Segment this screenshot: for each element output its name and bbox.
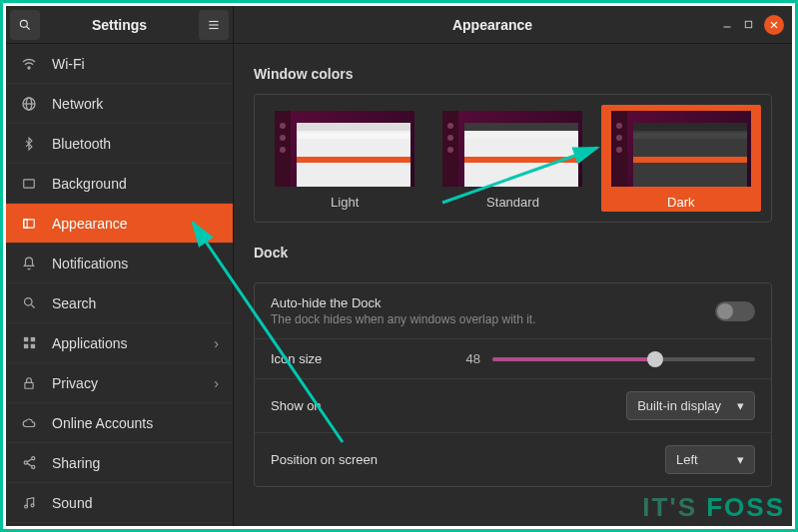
theme-thumbnail-standard [442,111,582,187]
theme-label: Standard [486,195,539,210]
sidebar-item-label: Bluetooth [52,136,111,152]
sidebar-item-wifi[interactable]: Wi-Fi [6,44,233,84]
svg-line-26 [27,459,32,462]
lock-icon [20,374,38,392]
settings-title: Settings [44,17,195,33]
sidebar-item-label: Notifications [52,256,128,271]
chevron-down-icon: ▾ [737,398,744,413]
autohide-label: Auto-hide the Dock [271,295,535,310]
theme-label: Dark [667,195,694,210]
background-icon [20,175,38,193]
chevron-right-icon: › [214,375,219,391]
svg-rect-21 [30,344,34,348]
hamburger-menu-button[interactable] [199,10,229,40]
sidebar-item-label: Sharing [52,455,100,471]
svg-rect-13 [24,179,35,187]
sidebar-item-label: Wi-Fi [52,56,85,72]
sidebar: Wi-Fi Network Bluetooth Background Appea… [6,44,234,526]
svg-point-29 [31,503,34,506]
share-icon [20,454,38,472]
svg-rect-22 [25,382,33,388]
show-on-row: Show on Built-in display ▾ [255,379,771,433]
search-icon [20,294,38,312]
sidebar-item-label: Search [52,295,96,311]
sidebar-item-online-accounts[interactable]: Online Accounts [6,403,233,443]
sidebar-item-label: Online Accounts [52,415,153,431]
autohide-row: Auto-hide the Dock The dock hides when a… [255,283,771,339]
cloud-icon [20,414,38,432]
svg-rect-6 [745,21,751,27]
svg-rect-15 [24,219,28,227]
sidebar-item-bluetooth[interactable]: Bluetooth [6,124,233,164]
svg-point-0 [20,20,27,27]
icon-size-slider[interactable] [492,357,755,361]
icon-size-label: Icon size [271,351,430,366]
bluetooth-icon [20,135,38,153]
icon-size-row: Icon size 48 [255,339,771,379]
search-button[interactable] [10,10,40,40]
header-left: Settings [6,6,234,44]
music-icon [20,494,38,512]
sidebar-item-label: Appearance [52,216,128,232]
chevron-down-icon: ▾ [737,452,744,467]
sidebar-item-label: Applications [52,335,128,351]
page-title: Appearance [264,17,721,33]
sidebar-item-notifications[interactable]: Notifications [6,244,233,283]
applications-icon [20,334,38,352]
svg-rect-14 [24,219,35,227]
sidebar-item-sharing[interactable]: Sharing [6,443,233,483]
sidebar-item-applications[interactable]: Applications › [6,323,233,363]
window-close-button[interactable] [764,15,784,35]
theme-option-light[interactable]: Light [265,105,424,212]
window-colors-heading: Window colors [254,66,772,82]
svg-point-9 [28,67,30,69]
show-on-select[interactable]: Built-in display ▾ [626,391,755,420]
appearance-icon [20,215,38,233]
svg-rect-19 [30,337,34,341]
autohide-toggle[interactable] [715,301,755,321]
svg-rect-18 [23,337,27,341]
icon-size-value: 48 [450,351,480,366]
theme-label: Light [331,195,359,210]
header-right: Appearance [234,6,792,44]
window-maximize-button[interactable] [743,16,754,34]
dock-panel: Auto-hide the Dock The dock hides when a… [254,282,772,487]
theme-thumbnail-dark [611,111,751,187]
svg-rect-20 [23,344,27,348]
wifi-icon [20,55,38,73]
theme-option-standard[interactable]: Standard [432,105,592,212]
theme-thumbnail-light [275,111,414,187]
show-on-label: Show on [271,398,430,413]
theme-option-dark[interactable]: Dark [601,105,761,212]
autohide-subtitle: The dock hides when any windows overlap … [271,312,535,326]
svg-line-17 [31,304,34,307]
chevron-right-icon: › [214,335,219,351]
svg-line-1 [27,26,30,29]
dock-heading: Dock [254,245,772,261]
position-row: Position on screen Left ▾ [255,433,771,486]
theme-chooser: Light Standard Dark [254,94,772,223]
sidebar-item-sound[interactable]: Sound [6,483,233,523]
network-icon [20,95,38,113]
sidebar-item-privacy[interactable]: Privacy › [6,363,233,403]
svg-point-16 [24,298,32,306]
window-minimize-button[interactable] [721,16,733,34]
sidebar-item-appearance[interactable]: Appearance [6,204,233,244]
svg-point-28 [25,505,28,508]
sidebar-item-label: Network [52,96,103,112]
show-on-value: Built-in display [637,398,721,413]
sidebar-item-background[interactable]: Background [6,164,233,204]
svg-line-27 [27,463,32,466]
position-select[interactable]: Left ▾ [665,445,755,474]
sidebar-item-label: Sound [52,495,92,511]
sidebar-item-network[interactable]: Network [6,84,233,124]
sidebar-item-label: Privacy [52,375,98,391]
sidebar-item-label: Background [52,176,127,192]
position-value: Left [676,452,698,467]
bell-icon [20,255,38,272]
content-area: Window colors Light Standard [234,44,792,526]
position-label: Position on screen [271,452,430,467]
sidebar-item-search[interactable]: Search [6,283,233,323]
